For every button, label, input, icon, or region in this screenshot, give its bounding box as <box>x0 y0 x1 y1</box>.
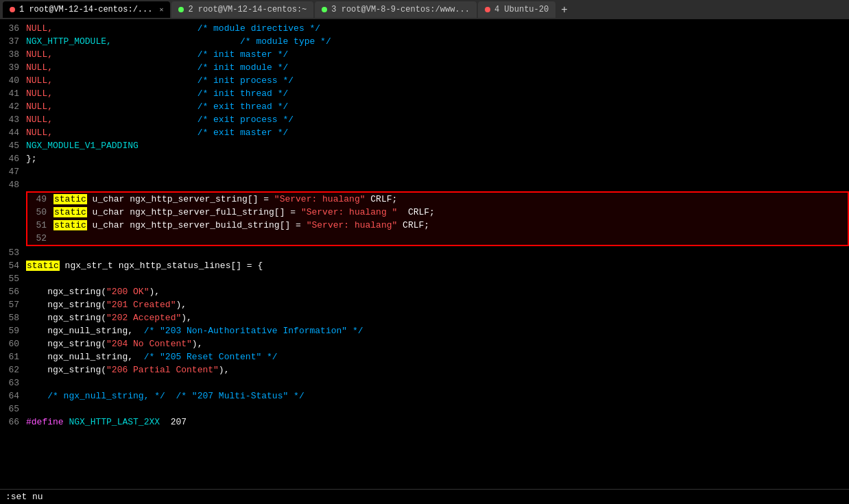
code-line-37: 37 NGX_HTTP_MODULE, /* module type */ <box>0 35 849 48</box>
tab-4[interactable]: 4 Ubuntu-20 <box>478 1 555 18</box>
tab-2-dot <box>178 7 184 12</box>
tab-1-label: 1 root@VM-12-14-centos:/... <box>19 5 152 14</box>
code-line-40: 40 NULL, /* init process */ <box>0 74 849 87</box>
code-line-47: 47 <box>0 165 849 178</box>
tab-1-close[interactable]: ✕ <box>159 5 163 14</box>
highlight-box: 49 static u_char ngx_http_server_string[… <box>26 191 849 246</box>
code-line-44: 44 NULL, /* exit master */ <box>0 126 849 139</box>
tab-1-dot <box>10 7 15 12</box>
tab-3-label: 3 root@VM-8-9-centos:/www... <box>331 5 470 14</box>
code-line-38: 38 NULL, /* init master */ <box>0 48 849 61</box>
code-line-65: 65 <box>0 403 849 416</box>
code-line-53: 53 <box>0 246 849 259</box>
code-line-66: 66 #define NGX_HTTP_LAST_2XX 207 <box>0 416 849 429</box>
code-line-45: 45 NGX_MODULE_V1_PADDING <box>0 139 849 152</box>
code-line-43: 43 NULL, /* exit process */ <box>0 113 849 126</box>
code-line-63: 63 <box>0 376 849 389</box>
code-line-54: 54 static ngx_str_t ngx_http_status_line… <box>0 259 849 272</box>
code-area: 36 NULL, /* module directives */ 37 NGX_… <box>0 19 849 489</box>
code-line-55: 55 <box>0 272 849 285</box>
new-tab-button[interactable]: + <box>557 3 571 16</box>
code-line-49: 49 static u_char ngx_http_server_string[… <box>27 193 848 206</box>
code-line-59: 59 ngx_null_string, /* "203 Non-Authorit… <box>0 324 849 337</box>
tab-3[interactable]: 3 root@VM-8-9-centos:/www... <box>315 1 477 18</box>
code-line-61: 61 ngx_null_string, /* "205 Reset Conten… <box>0 350 849 363</box>
tab-2-label: 2 root@VM-12-14-centos:~ <box>188 5 307 14</box>
code-line-64: 64 /* ngx_null_string, */ /* "207 Multi-… <box>0 389 849 403</box>
status-text: :set nu <box>5 492 43 502</box>
code-line-50: 50 static u_char ngx_http_server_full_st… <box>27 206 848 219</box>
code-line-46: 46 }; <box>0 152 849 165</box>
code-line-48: 48 <box>0 178 849 191</box>
tab-4-dot <box>485 7 490 12</box>
tab-3-dot <box>322 7 327 12</box>
code-line-42: 42 NULL, /* exit thread */ <box>0 100 849 113</box>
code-line-62: 62 ngx_string("206 Partial Content"), <box>0 363 849 376</box>
tab-2[interactable]: 2 root@VM-12-14-centos:~ <box>171 1 313 18</box>
code-line-56: 56 ngx_string("200 OK"), <box>0 285 849 298</box>
code-line-58: 58 ngx_string("202 Accepted"), <box>0 311 849 324</box>
code-line-41: 41 NULL, /* init thread */ <box>0 87 849 100</box>
tab-1[interactable]: 1 root@VM-12-14-centos:/... ✕ <box>3 1 170 18</box>
status-bar: :set nu <box>0 489 849 504</box>
code-line-52: 52 <box>27 232 848 245</box>
code-line-39: 39 NULL, /* init module */ <box>0 61 849 74</box>
tab-bar: 1 root@VM-12-14-centos:/... ✕ 2 root@VM-… <box>0 0 849 19</box>
code-line-60: 60 ngx_string("204 No Content"), <box>0 337 849 350</box>
code-line-51: 51 static u_char ngx_http_server_build_s… <box>27 219 848 232</box>
code-line-57: 57 ngx_string("201 Created"), <box>0 298 849 311</box>
tab-4-label: 4 Ubuntu-20 <box>494 5 549 14</box>
code-line-36: 36 NULL, /* module directives */ <box>0 22 849 35</box>
